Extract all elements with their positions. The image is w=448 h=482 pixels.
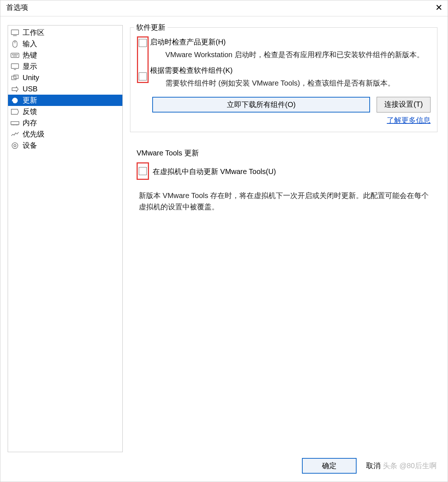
sidebar-item-label: 显示 — [23, 62, 37, 71]
workspace-icon — [10, 29, 20, 37]
mouse-icon — [10, 40, 20, 48]
usb-icon — [10, 85, 20, 93]
sidebar-item-unity[interactable]: Unity — [8, 72, 122, 83]
svg-point-6 — [14, 54, 15, 55]
group-software-updates: 软件更新 启动时检查产品更新(H) VMware Workstation 启动时… — [130, 27, 437, 132]
sidebar-item-label: USB — [23, 85, 38, 93]
checkbox-label-on-demand[interactable]: 根据需要检查软件组件(K) — [150, 66, 233, 75]
devices-icon — [10, 142, 20, 150]
download-all-button[interactable]: 立即下载所有组件(O) — [152, 97, 370, 112]
sidebar-item-label: 热键 — [23, 50, 37, 60]
svg-point-20 — [12, 143, 18, 149]
sidebar-item-label: Unity — [23, 74, 39, 82]
highlight-annotation — [137, 36, 149, 83]
sidebar-item-input[interactable]: 输入 — [8, 38, 122, 50]
svg-rect-4 — [11, 53, 19, 58]
group-vmware-tools: VMware Tools 更新 在虚拟机中自动更新 VMware Tools(U… — [130, 142, 437, 224]
sidebar-item-label: 内存 — [23, 118, 37, 128]
sidebar-item-label: 优先级 — [23, 129, 44, 139]
svg-point-21 — [14, 145, 16, 147]
description-on-demand: 需要软件组件时 (例如安装 VMware Tools)，检查该组件是否有新版本。 — [165, 78, 431, 89]
checkbox-check-on-demand[interactable] — [139, 72, 147, 80]
highlight-annotation — [137, 162, 149, 180]
description-auto-update: 新版本 VMware Tools 存在时，将在虚拟机下一次开启或关闭时更新。此配… — [139, 190, 431, 213]
description-startup: VMware Workstation 启动时，检查是否有应用程序和已安装软件组件… — [165, 49, 431, 60]
sidebar-item-label: 反馈 — [23, 107, 37, 116]
svg-rect-0 — [11, 30, 19, 35]
svg-point-5 — [12, 54, 13, 55]
titlebar: 首选项 ✕ — [0, 0, 448, 16]
content-panel: 软件更新 启动时检查产品更新(H) VMware Workstation 启动时… — [130, 25, 437, 452]
cancel-and-watermark: 取消 头条 @80后生啊 — [366, 461, 437, 471]
keyboard-icon — [10, 51, 20, 59]
checkbox-auto-update-tools[interactable] — [139, 167, 147, 175]
refresh-icon — [10, 96, 20, 104]
svg-point-7 — [15, 54, 16, 55]
sidebar-item-label: 输入 — [23, 39, 37, 49]
svg-rect-14 — [11, 122, 19, 125]
sidebar: 工作区 输入 热键 显示 Unity USB — [8, 25, 123, 452]
cancel-button[interactable]: 取消 — [366, 461, 381, 471]
sidebar-item-priority[interactable]: 优先级 — [8, 129, 122, 140]
sidebar-item-usb[interactable]: USB — [8, 83, 122, 95]
connection-settings-button[interactable]: 连接设置(T) — [377, 97, 431, 112]
learn-more-link[interactable]: 了解更多信息 — [387, 116, 431, 124]
svg-point-8 — [17, 54, 17, 55]
sidebar-item-updates[interactable]: 更新 — [8, 95, 122, 106]
checkbox-label-auto-update[interactable]: 在虚拟机中自动更新 VMware Tools(U) — [153, 167, 276, 177]
watermark-text: 头条 @80后生啊 — [383, 461, 437, 471]
window-title: 首选项 — [6, 3, 28, 12]
unity-icon — [10, 74, 20, 82]
svg-rect-10 — [11, 64, 19, 68]
sidebar-item-workspace[interactable]: 工作区 — [8, 27, 122, 38]
ok-button[interactable]: 确定 — [302, 458, 357, 474]
feedback-icon — [10, 108, 20, 116]
memory-icon — [10, 119, 20, 127]
sidebar-item-label: 设备 — [23, 141, 37, 150]
display-icon — [10, 63, 20, 71]
dialog-footer: 确定 取消 头条 @80后生啊 — [0, 452, 448, 482]
sidebar-item-label: 工作区 — [23, 28, 44, 37]
checkbox-check-startup[interactable] — [139, 39, 147, 47]
group-title: 软件更新 — [134, 23, 168, 32]
sidebar-item-devices[interactable]: 设备 — [8, 140, 122, 151]
sidebar-item-feedback[interactable]: 反馈 — [8, 106, 122, 117]
checkbox-label-startup[interactable]: 启动时检查产品更新(H) — [150, 37, 226, 47]
sidebar-item-memory[interactable]: 内存 — [8, 117, 122, 129]
close-button[interactable]: ✕ — [430, 3, 448, 12]
sidebar-item-hotkeys[interactable]: 热键 — [8, 50, 122, 61]
sidebar-item-display[interactable]: 显示 — [8, 61, 122, 72]
group-title: VMware Tools 更新 — [137, 148, 431, 158]
priority-icon — [10, 130, 20, 138]
sidebar-item-label: 更新 — [23, 95, 37, 105]
